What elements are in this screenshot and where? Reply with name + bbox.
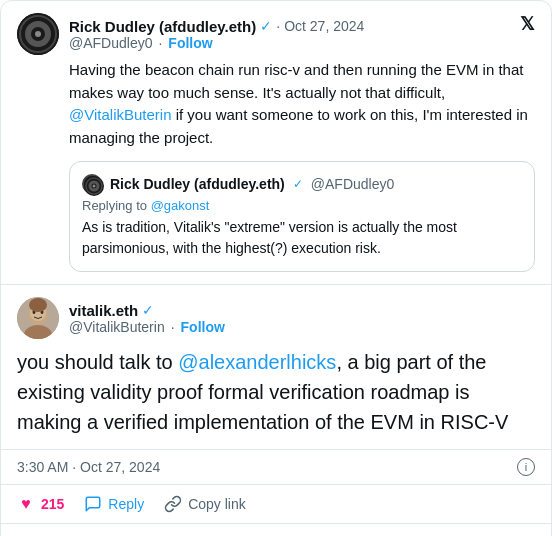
tweet-1-follow-dot: · [158,35,162,51]
tweet-2-follow-button[interactable]: Follow [181,319,225,335]
info-icon[interactable]: i [517,458,535,476]
tweet-2-user-info: vitalik.eth ✓ @VitalikButerin · Follow [69,302,225,335]
quoted-avatar[interactable] [82,174,102,194]
tweet-1-user-info: Rick Dudley (afdudley.eth) ✓ · Oct 27, 2… [69,18,364,51]
tweet-1-header: Rick Dudley (afdudley.eth) ✓ · Oct 27, 2… [17,13,535,55]
svg-point-3 [35,31,41,37]
tweet-1-verified-icon: ✓ [260,18,272,34]
tweet-2-header: vitalik.eth ✓ @VitalikButerin · Follow [17,297,535,339]
tweet-1-header-left: Rick Dudley (afdudley.eth) ✓ · Oct 27, 2… [17,13,364,55]
action-bar: ♥ 215 Reply Copy link [1,485,551,524]
svg-point-14 [29,298,47,312]
copy-link-action[interactable]: Copy link [164,495,246,513]
tweet-2-handle-row: @VitalikButerin · Follow [69,319,225,335]
tweet-2: vitalik.eth ✓ @VitalikButerin · Follow [1,285,551,339]
tweet-2-name-row: vitalik.eth ✓ [69,302,225,319]
quoted-header: Rick Dudley (afdudley.eth) ✓ @AFDudley0 [82,174,522,194]
reply-icon [84,495,102,513]
avatar-vitalik[interactable] [17,297,59,339]
tweet-1-username[interactable]: Rick Dudley (afdudley.eth) [69,18,256,35]
replying-to-label: Replying to @gakonst [82,198,522,213]
tweet-2-mention-alexander[interactable]: @alexanderlhicks [178,351,336,373]
copy-link-icon [164,495,182,513]
tweet-1-handle-row: @AFDudley0 · Follow [69,35,364,51]
tweet-1-mention-vitalik[interactable]: @VitalikButerin [69,106,172,123]
replying-to-mention[interactable]: @gakonst [151,198,210,213]
tweet-2-handle[interactable]: @VitalikButerin [69,319,165,335]
read-replies-button[interactable]: Read 122 replies [1,524,551,536]
tweet-1: Rick Dudley (afdudley.eth) ✓ · Oct 27, 2… [1,1,551,285]
tweet-2-verified-icon: ✓ [142,302,154,318]
heart-icon: ♥ [17,495,35,513]
tweet-1-date: Oct 27, 2024 [284,18,364,34]
tweet-1-name-row: Rick Dudley (afdudley.eth) ✓ · Oct 27, 2… [69,18,364,35]
quoted-username[interactable]: Rick Dudley (afdudley.eth) [110,176,285,192]
tweet-2-follow-dot: · [171,319,175,335]
quoted-tweet: Rick Dudley (afdudley.eth) ✓ @AFDudley0 … [69,161,535,272]
tweet-1-body: Having the beacon chain run risc-v and t… [69,59,535,149]
tweet-1-follow-button[interactable]: Follow [168,35,212,51]
svg-point-7 [93,185,96,188]
avatar-rick[interactable] [17,13,59,55]
quoted-verified-icon: ✓ [293,177,303,191]
tweet-1-handle[interactable]: @AFDudley0 [69,35,152,51]
reply-action[interactable]: Reply [84,495,144,513]
tweet-1-dot: · [276,18,280,34]
like-count: 215 [41,496,64,512]
tweet-2-body: you should talk to @alexanderlhicks, a b… [1,347,551,437]
copy-link-label: Copy link [188,496,246,512]
quoted-handle[interactable]: @AFDudley0 [311,176,394,192]
like-action[interactable]: ♥ 215 [17,495,64,513]
reply-label: Reply [108,496,144,512]
tweet-2-username[interactable]: vitalik.eth [69,302,138,319]
quoted-body-text: As is tradition, Vitalik's "extreme" ver… [82,217,522,259]
tweet-2-timestamp: 3:30 AM · Oct 27, 2024 i [1,449,551,485]
x-logo-icon[interactable]: 𝕏 [520,13,535,35]
timestamp-text: 3:30 AM · Oct 27, 2024 [17,459,160,475]
